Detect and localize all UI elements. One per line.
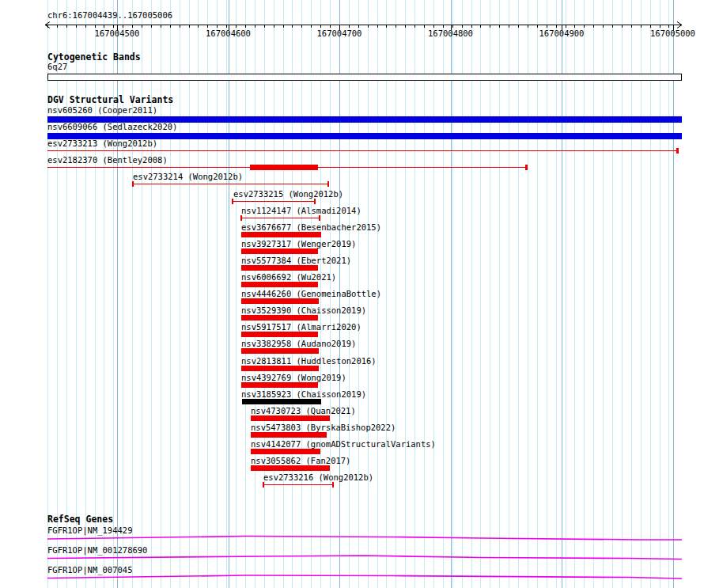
track-label-esv2733214[interactable]: esv2733214 (Wong2012b) (133, 173, 243, 181)
track-label-nsv4446260[interactable]: nsv4446260 (GenomeinaBottle) (241, 290, 381, 298)
variant-glyph-nsv4142077[interactable] (251, 449, 320, 454)
variant-glyph-nsv4730723[interactable] (251, 415, 330, 421)
variant-glyph-nsv3055862[interactable] (251, 465, 330, 471)
track-label-esv2733215[interactable]: esv2733215 (Wong2012b) (233, 190, 343, 199)
variant-glyph-esv3676677[interactable] (241, 232, 321, 237)
ruler-tick-label: 167004600 (206, 29, 251, 38)
ruler-tick-label: 167004800 (428, 29, 473, 38)
variant-glyph-nsv4446260[interactable] (241, 298, 319, 304)
variant-glyph-esv2733216[interactable] (263, 482, 334, 487)
variant-glyph-nsv5577384[interactable] (241, 265, 318, 271)
variant-glyph-esv2733214[interactable] (132, 181, 329, 187)
track-label-nsv6006692[interactable]: nsv6006692 (Wu2021) (241, 273, 336, 282)
gene-label-NM_194429[interactable]: FGFR1OP|NM_194429 (47, 526, 132, 535)
track-label-esv2733213[interactable]: esv2733213 (Wong2012b) (47, 139, 157, 148)
ruler-tick-label: 167004700 (317, 29, 362, 38)
gene-label-NM_007045[interactable]: FGFR1OP|NM_007045 (47, 566, 132, 575)
coordinate-ruler (45, 22, 682, 31)
track-label-esv3676677[interactable]: esv3676677 (Besenbacher2015) (241, 223, 381, 232)
variant-glyph-nsv3927317[interactable] (241, 248, 318, 254)
ruler-tick-label: 167004900 (539, 29, 585, 38)
variant-glyph-nsv6006692[interactable] (241, 282, 318, 287)
variant-glyph-nsv4392769[interactable] (241, 382, 318, 388)
track-label-nsv2813811[interactable]: nsv2813811 (Huddleston2016) (241, 357, 377, 366)
track-label-nsv4392769[interactable]: nsv4392769 (Wong2019) (241, 374, 346, 382)
section-header-dgv-structural-variants: DGV Structural Variants (47, 95, 173, 104)
track-label-nsv605260[interactable]: nsv605260 (Cooper2011) (47, 106, 157, 115)
gene-label-NM_001278690[interactable]: FGFR1OP|NM_001278690 (47, 546, 147, 555)
track-label-nsv5577384[interactable]: nsv5577384 (Ebert2021) (241, 256, 351, 265)
variant-glyph-nsv1124147[interactable] (240, 215, 320, 221)
ruler-tick-label: 167005000 (650, 29, 695, 38)
track-label-nsv1124147[interactable]: nsv1124147 (Alsmadi2014) (241, 207, 361, 215)
track-label-nsv3529390[interactable]: nsv3529390 (Chaisson2019) (241, 306, 366, 315)
track-label-nsv3927317[interactable]: nsv3927317 (Wenger2019) (241, 240, 356, 248)
track-label-nsv6609066[interactable]: nsv6609066 (Sedlazeck2020) (47, 123, 177, 131)
track-label-nsv4142077[interactable]: nsv4142077 (gnomADStructuralVariants) (251, 440, 436, 449)
variant-glyph-nsv3185923[interactable] (242, 399, 321, 404)
track-label-nsv3382958[interactable]: nsv3382958 (Audano2019) (241, 340, 356, 348)
variant-glyph-nsv3382958[interactable] (241, 348, 319, 354)
section-header-cytogenetic-bands: Cytogenetic Bands (47, 52, 141, 62)
region-title: chr6:167004439..167005006 (47, 11, 172, 20)
gene-glyph-NM_001278690[interactable] (47, 556, 682, 560)
track-label-nsv5473803[interactable]: nsv5473803 (ByrskaBishop2022) (251, 423, 396, 432)
gene-glyph-NM_007045[interactable] (47, 575, 682, 579)
cytoband-label[interactable]: 6q27 (47, 63, 67, 71)
cytoband-glyph-6q27[interactable] (48, 74, 682, 81)
track-label-nsv3055862[interactable]: nsv3055862 (Fan2017) (251, 457, 350, 465)
track-label-nsv5917517[interactable]: nsv5917517 (Almarri2020) (241, 323, 361, 332)
gene-glyph-NM_194429[interactable] (47, 537, 682, 541)
ruler-tick-label: 167004500 (95, 29, 140, 38)
genome-browser-panel: chr6:167004439..167005006 16700450016700… (0, 0, 704, 588)
variant-glyph-nsv2813811[interactable] (241, 366, 319, 371)
variant-glyph-nsv3529390[interactable] (241, 315, 318, 321)
variant-glyph-nsv5473803[interactable] (251, 432, 327, 438)
track-label-nsv3185923[interactable]: nsv3185923 (Chaisson2019) (241, 390, 366, 399)
track-label-esv2733216[interactable]: esv2733216 (Wong2012b) (263, 473, 373, 482)
track-label-nsv4730723[interactable]: nsv4730723 (Quan2021) (251, 407, 356, 415)
track-label-esv2182370[interactable]: esv2182370 (Bentley2008) (47, 156, 168, 165)
section-header-refseq-genes: RefSeq Genes (47, 514, 113, 524)
variant-glyph-esv2182370[interactable] (47, 165, 528, 170)
variant-glyph-nsv5917517[interactable] (241, 332, 318, 337)
